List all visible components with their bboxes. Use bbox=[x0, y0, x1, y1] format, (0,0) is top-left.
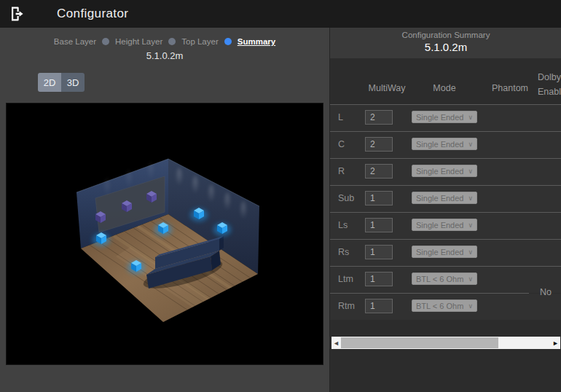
column-header-dolby-enabled: Dolby Enabled bbox=[538, 70, 561, 99]
chevron-down-icon: ∨ bbox=[468, 248, 473, 256]
summary-title: Configuration Summary bbox=[330, 28, 561, 39]
column-header-mode: Mode bbox=[412, 83, 477, 93]
left-panel: Base Layer Height Layer Top Layer Summar… bbox=[0, 28, 329, 392]
table-row-r: R Single Ended ∨ bbox=[330, 159, 561, 185]
table-row-l: L Single Ended ∨ bbox=[330, 105, 561, 131]
scroll-left-button[interactable]: ◄ bbox=[332, 337, 341, 349]
channel-label: C bbox=[338, 139, 345, 149]
multiway-input[interactable] bbox=[365, 245, 393, 259]
table-row-ltm: Ltm BTL < 6 Ohm ∨ bbox=[330, 267, 561, 293]
channel-label: R bbox=[338, 166, 345, 176]
channel-label: L bbox=[338, 112, 343, 122]
mode-select[interactable]: Single Ended ∨ bbox=[412, 111, 477, 123]
configuration-summary-panel: Configuration Summary 5.1.0.2m MultiWay … bbox=[329, 28, 561, 392]
table-row-sub: Sub Single Ended ∨ bbox=[330, 186, 561, 212]
multiway-input[interactable] bbox=[365, 272, 393, 286]
stepper-label[interactable]: Base Layer bbox=[54, 37, 96, 46]
stepper-item-summary[interactable]: Summary bbox=[238, 37, 275, 46]
chevron-down-icon: ∨ bbox=[468, 195, 473, 202]
layer-stepper: Base Layer Height Layer Top Layer Summar… bbox=[0, 28, 329, 46]
configuration-name: 5.1.0.2m bbox=[0, 50, 329, 61]
mode-select-value: Single Ended bbox=[416, 140, 463, 149]
horizontal-scrollbar[interactable]: ◄ ► bbox=[332, 337, 560, 349]
mode-select-value: Single Ended bbox=[416, 194, 463, 203]
mode-select[interactable]: BTL < 6 Ohm ∨ bbox=[412, 299, 477, 312]
mode-select[interactable]: Single Ended ∨ bbox=[412, 165, 477, 177]
channel-label: Ls bbox=[338, 220, 348, 230]
multiway-input[interactable] bbox=[365, 164, 393, 179]
chevron-down-icon: ∨ bbox=[468, 168, 473, 175]
channel-label: Rs bbox=[338, 247, 349, 257]
column-header-phantom: Phantom bbox=[488, 83, 532, 93]
view-2d-button[interactable]: 2D bbox=[38, 73, 61, 92]
stepper-dot-icon bbox=[224, 38, 232, 45]
stepper-item-height-layer[interactable]: Height Layer bbox=[115, 37, 176, 46]
scroll-right-button[interactable]: ► bbox=[551, 337, 560, 349]
mode-select[interactable]: Single Ended ∨ bbox=[412, 192, 477, 204]
table-row-rtm: Rtm BTL < 6 Ohm ∨ bbox=[330, 294, 561, 320]
multiway-input[interactable] bbox=[365, 137, 393, 152]
multiway-input[interactable] bbox=[365, 110, 393, 125]
channel-label: Sub bbox=[338, 193, 354, 203]
stepper-item-top-layer[interactable]: Top Layer bbox=[181, 37, 232, 46]
table-row-c: C Single Ended ∨ bbox=[330, 132, 561, 158]
mode-select-value: Single Ended bbox=[416, 221, 463, 230]
mode-select-value: BTL < 6 Ohm bbox=[416, 275, 463, 283]
channel-label: Ltm bbox=[338, 274, 353, 284]
mode-select[interactable]: Single Ended ∨ bbox=[412, 138, 477, 150]
table-row-rs: Rs Single Ended ∨ bbox=[330, 240, 561, 266]
scrollbar-thumb[interactable] bbox=[341, 337, 498, 348]
stepper-dot-icon bbox=[102, 38, 109, 45]
room-3d-canvas[interactable] bbox=[6, 103, 323, 365]
chevron-down-icon: ∨ bbox=[468, 141, 473, 148]
stepper-item-base-layer[interactable]: Base Layer bbox=[54, 37, 109, 46]
channel-label: Rtm bbox=[338, 301, 355, 311]
top-bar: Configurator bbox=[0, 0, 561, 28]
chevron-down-icon: ∨ bbox=[468, 302, 473, 310]
summary-config-name: 5.1.0.2m bbox=[330, 41, 561, 53]
exit-door-arrow-icon[interactable] bbox=[9, 6, 26, 22]
multiway-input[interactable] bbox=[365, 218, 393, 232]
view-3d-button[interactable]: 3D bbox=[61, 73, 85, 92]
stepper-label[interactable]: Top Layer bbox=[181, 37, 219, 46]
chevron-down-icon: ∨ bbox=[468, 114, 473, 121]
mode-select-value: Single Ended bbox=[416, 113, 463, 122]
stepper-dot-icon bbox=[168, 38, 176, 45]
summary-header: Configuration Summary 5.1.0.2m bbox=[330, 28, 561, 58]
multiway-input[interactable] bbox=[365, 191, 393, 205]
chevron-down-icon: ∨ bbox=[468, 222, 473, 229]
dolby-enabled-merged-value: No bbox=[540, 287, 552, 297]
column-header-multiway: MultiWay bbox=[364, 83, 410, 93]
mode-select-value: BTL < 6 Ohm bbox=[416, 302, 463, 310]
configurator-app: Configurator Base Layer Height Layer Top… bbox=[0, 0, 561, 392]
table-row-ls: Ls Single Ended ∨ bbox=[330, 213, 561, 239]
multiway-input[interactable] bbox=[365, 299, 393, 313]
mode-select[interactable]: Single Ended ∨ bbox=[412, 219, 477, 231]
room-3d-scene bbox=[7, 103, 323, 364]
scroll-right-arrow-icon: ► bbox=[552, 340, 559, 347]
view-toggle: 2D 3D bbox=[38, 73, 85, 92]
page-title: Configurator bbox=[57, 7, 128, 21]
stepper-label[interactable]: Height Layer bbox=[115, 37, 162, 46]
mode-select[interactable]: Single Ended ∨ bbox=[412, 246, 477, 258]
mode-select[interactable]: BTL < 6 Ohm ∨ bbox=[412, 273, 477, 285]
stepper-label[interactable]: Summary bbox=[238, 37, 275, 46]
scroll-left-arrow-icon: ◄ bbox=[333, 340, 340, 347]
chevron-down-icon: ∨ bbox=[468, 275, 473, 283]
mode-select-value: Single Ended bbox=[416, 167, 463, 176]
mode-select-value: Single Ended bbox=[416, 248, 463, 256]
